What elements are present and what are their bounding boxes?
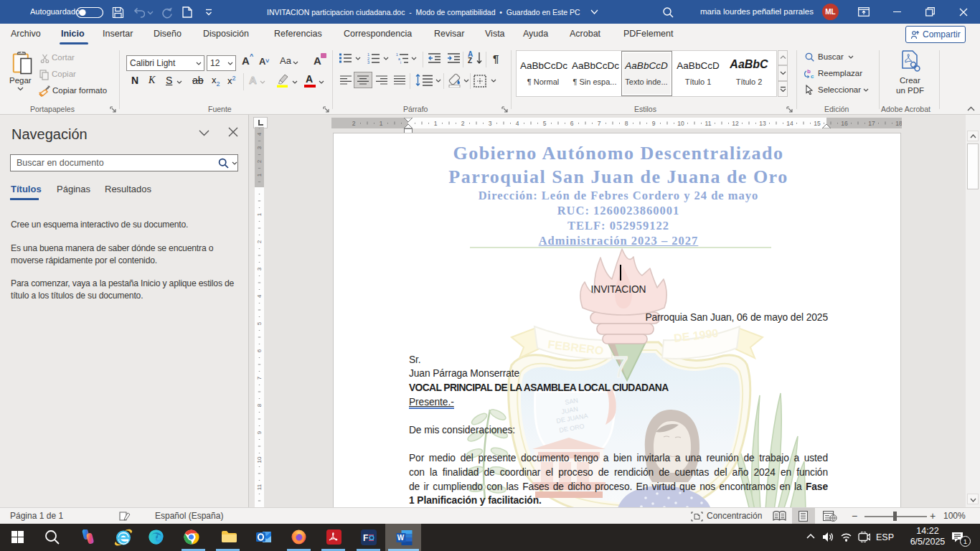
svg-text:12: 12 bbox=[732, 120, 739, 127]
svg-text:17: 17 bbox=[868, 120, 875, 127]
svg-text:5: 5 bbox=[256, 321, 263, 325]
svg-text:2: 2 bbox=[256, 240, 263, 243]
svg-text:5: 5 bbox=[543, 120, 547, 127]
svg-text:9: 9 bbox=[256, 430, 263, 434]
svg-text:11: 11 bbox=[256, 484, 263, 490]
svg-text:3: 3 bbox=[489, 120, 492, 127]
svg-text:3: 3 bbox=[256, 146, 263, 149]
svg-text:10: 10 bbox=[677, 120, 684, 127]
svg-text:11: 11 bbox=[705, 120, 712, 127]
svg-text:8: 8 bbox=[256, 403, 263, 407]
svg-text:4: 4 bbox=[256, 132, 263, 136]
svg-text:13: 13 bbox=[759, 120, 766, 127]
svg-text:F: F bbox=[363, 533, 368, 543]
svg-text:14: 14 bbox=[786, 120, 793, 127]
svg-text:1: 1 bbox=[256, 212, 263, 216]
svg-text:W: W bbox=[397, 534, 405, 542]
svg-text:10: 10 bbox=[256, 456, 263, 463]
svg-text:6: 6 bbox=[570, 120, 574, 127]
svg-text:7: 7 bbox=[256, 376, 263, 380]
svg-text:c: c bbox=[811, 73, 814, 79]
svg-text:2: 2 bbox=[256, 159, 263, 163]
svg-text:8: 8 bbox=[625, 120, 628, 127]
svg-text:16: 16 bbox=[841, 120, 848, 127]
svg-text:1: 1 bbox=[434, 120, 438, 127]
svg-text:2: 2 bbox=[461, 120, 465, 127]
svg-text:4: 4 bbox=[256, 294, 263, 298]
svg-text:2: 2 bbox=[352, 120, 356, 127]
svg-text:4: 4 bbox=[516, 120, 519, 127]
svg-text:6: 6 bbox=[256, 349, 263, 352]
svg-text:1: 1 bbox=[256, 173, 263, 176]
svg-text:3: 3 bbox=[367, 60, 369, 64]
svg-text:18: 18 bbox=[895, 120, 902, 127]
svg-text:1: 1 bbox=[380, 120, 383, 127]
svg-text:i: i bbox=[400, 60, 401, 64]
svg-text:3: 3 bbox=[256, 267, 263, 270]
svg-text:15: 15 bbox=[814, 120, 821, 127]
svg-text:9: 9 bbox=[652, 120, 656, 127]
svg-text:7: 7 bbox=[598, 120, 601, 127]
